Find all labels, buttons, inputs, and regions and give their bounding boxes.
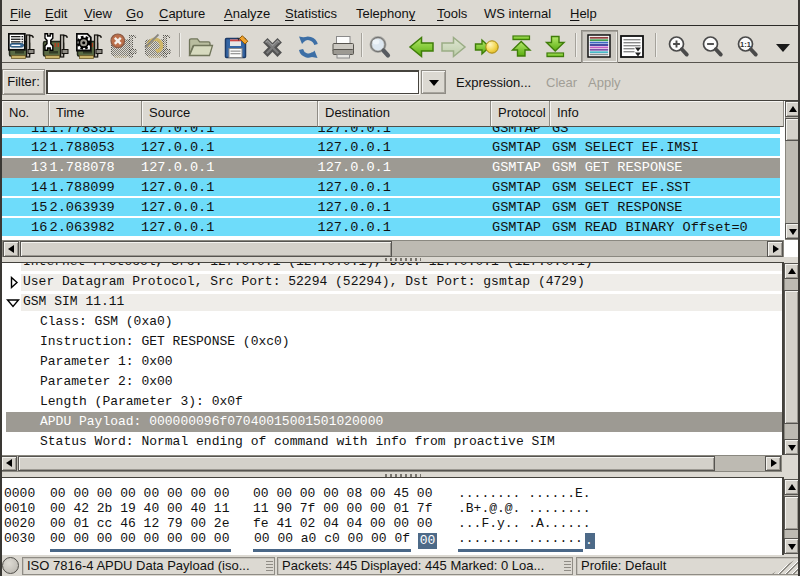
svg-text:1:1: 1:1: [740, 40, 751, 49]
